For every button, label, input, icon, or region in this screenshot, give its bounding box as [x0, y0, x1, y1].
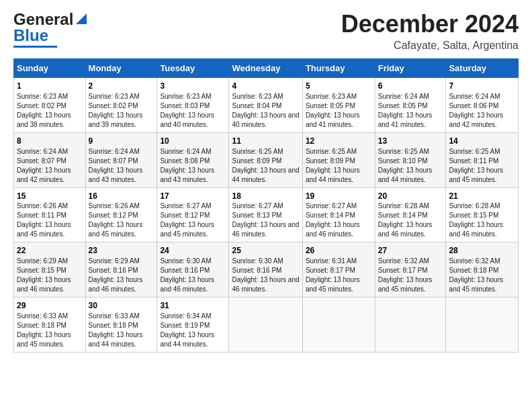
daylight-text: Daylight: 13 hours and 46 minutes.	[17, 275, 83, 294]
sunrise-text: Sunrise: 6:26 AM	[17, 201, 83, 211]
sunrise-text: Sunrise: 6:29 AM	[89, 257, 154, 266]
calendar-cell-1-1: 9Sunrise: 6:24 AMSunset: 8:07 PMDaylight…	[85, 132, 157, 187]
sunset-text: Sunset: 8:08 PM	[160, 156, 226, 166]
sunset-text: Sunset: 8:17 PM	[306, 266, 372, 275]
sunset-text: Sunset: 8:05 PM	[306, 101, 372, 111]
col-monday: Monday	[85, 59, 157, 78]
daylight-text: Daylight: 13 hours and 40 minutes.	[232, 111, 299, 130]
sunrise-text: Sunrise: 6:24 AM	[449, 92, 515, 101]
sunset-text: Sunset: 8:09 PM	[306, 156, 372, 166]
col-saturday: Saturday	[446, 59, 519, 78]
daylight-text: Daylight: 13 hours and 44 minutes.	[232, 166, 299, 185]
sunrise-text: Sunrise: 6:33 AM	[17, 312, 83, 321]
daylight-text: Daylight: 13 hours and 46 minutes.	[160, 275, 226, 294]
logo-icon	[75, 11, 89, 26]
calendar-cell-3-0: 22Sunrise: 6:29 AMSunset: 8:15 PMDayligh…	[14, 242, 86, 298]
sunset-text: Sunset: 8:12 PM	[160, 211, 226, 220]
svg-marker-0	[76, 13, 87, 24]
sunrise-text: Sunrise: 6:27 AM	[306, 201, 372, 211]
daylight-text: Daylight: 13 hours and 44 minutes.	[160, 330, 226, 349]
day-number: 16	[89, 191, 154, 202]
daylight-text: Daylight: 13 hours and 45 minutes.	[378, 275, 443, 294]
calendar-week-0: 1Sunrise: 6:23 AMSunset: 8:02 PMDaylight…	[14, 78, 519, 133]
daylight-text: Daylight: 13 hours and 46 minutes.	[306, 220, 372, 239]
daylight-text: Daylight: 13 hours and 45 minutes.	[306, 275, 372, 294]
sunset-text: Sunset: 8:06 PM	[449, 101, 515, 111]
day-number: 5	[306, 81, 372, 92]
sunset-text: Sunset: 8:04 PM	[232, 101, 299, 111]
calendar-cell-4-4	[302, 298, 375, 353]
sunrise-text: Sunrise: 6:24 AM	[378, 92, 443, 101]
day-number: 28	[449, 245, 515, 257]
calendar-cell-3-4: 26Sunrise: 6:31 AMSunset: 8:17 PMDayligh…	[302, 242, 375, 298]
calendar-cell-1-3: 11Sunrise: 6:25 AMSunset: 8:09 PMDayligh…	[229, 132, 302, 187]
calendar-cell-2-0: 15Sunrise: 6:26 AMSunset: 8:11 PMDayligh…	[14, 187, 86, 242]
sunset-text: Sunset: 8:18 PM	[89, 321, 154, 330]
calendar-cell-2-4: 19Sunrise: 6:27 AMSunset: 8:14 PMDayligh…	[302, 187, 375, 242]
sunrise-text: Sunrise: 6:32 AM	[378, 257, 443, 266]
daylight-text: Daylight: 13 hours and 46 minutes.	[232, 220, 299, 239]
sunrise-text: Sunrise: 6:24 AM	[17, 147, 83, 156]
sunrise-text: Sunrise: 6:23 AM	[232, 92, 299, 101]
calendar-cell-0-2: 3Sunrise: 6:23 AMSunset: 8:03 PMDaylight…	[157, 78, 229, 133]
sunset-text: Sunset: 8:14 PM	[306, 211, 372, 220]
day-number: 29	[17, 300, 83, 312]
logo-underline	[13, 46, 57, 48]
day-number: 10	[160, 136, 226, 147]
day-number: 19	[306, 191, 372, 202]
calendar-week-2: 15Sunrise: 6:26 AMSunset: 8:11 PMDayligh…	[14, 187, 519, 242]
sunset-text: Sunset: 8:13 PM	[232, 211, 299, 220]
calendar-cell-3-1: 23Sunrise: 6:29 AMSunset: 8:16 PMDayligh…	[85, 242, 157, 298]
sunrise-text: Sunrise: 6:23 AM	[160, 92, 226, 101]
col-sunday: Sunday	[14, 59, 86, 78]
sunrise-text: Sunrise: 6:23 AM	[17, 92, 83, 101]
calendar-cell-1-0: 8Sunrise: 6:24 AMSunset: 8:07 PMDaylight…	[14, 132, 86, 187]
calendar-cell-4-6	[446, 298, 519, 353]
sunrise-text: Sunrise: 6:30 AM	[232, 257, 299, 266]
day-number: 6	[378, 81, 443, 92]
daylight-text: Daylight: 13 hours and 45 minutes.	[160, 220, 226, 239]
day-number: 24	[160, 245, 226, 257]
day-number: 12	[306, 136, 372, 147]
sunset-text: Sunset: 8:11 PM	[17, 211, 83, 220]
day-number: 1	[17, 81, 83, 92]
daylight-text: Daylight: 13 hours and 45 minutes.	[449, 275, 515, 294]
sunset-text: Sunset: 8:02 PM	[89, 101, 154, 111]
calendar-cell-0-5: 6Sunrise: 6:24 AMSunset: 8:05 PMDaylight…	[375, 78, 446, 133]
calendar-week-1: 8Sunrise: 6:24 AMSunset: 8:07 PMDaylight…	[14, 132, 519, 187]
sunset-text: Sunset: 8:18 PM	[449, 266, 515, 275]
sunrise-text: Sunrise: 6:25 AM	[378, 147, 443, 156]
day-number: 21	[449, 191, 515, 202]
sunset-text: Sunset: 8:14 PM	[378, 211, 443, 220]
calendar-cell-2-3: 18Sunrise: 6:27 AMSunset: 8:13 PMDayligh…	[229, 187, 302, 242]
sunrise-text: Sunrise: 6:23 AM	[89, 92, 154, 101]
daylight-text: Daylight: 13 hours and 46 minutes.	[449, 220, 515, 239]
col-thursday: Thursday	[302, 59, 375, 78]
sunrise-text: Sunrise: 6:33 AM	[89, 312, 154, 321]
calendar-cell-2-1: 16Sunrise: 6:26 AMSunset: 8:12 PMDayligh…	[85, 187, 157, 242]
daylight-text: Daylight: 13 hours and 46 minutes.	[232, 275, 299, 294]
daylight-text: Daylight: 13 hours and 42 minutes.	[449, 111, 515, 130]
sunset-text: Sunset: 8:10 PM	[378, 156, 443, 166]
day-number: 18	[232, 191, 299, 202]
sunrise-text: Sunrise: 6:28 AM	[378, 201, 443, 211]
title-area: December 2024 Cafayate, Salta, Argentina	[341, 10, 519, 52]
daylight-text: Daylight: 13 hours and 43 minutes.	[160, 166, 226, 185]
sunset-text: Sunset: 8:02 PM	[17, 101, 83, 111]
day-number: 17	[160, 191, 226, 202]
day-number: 22	[17, 245, 83, 257]
daylight-text: Daylight: 13 hours and 44 minutes.	[378, 166, 443, 185]
daylight-text: Daylight: 13 hours and 38 minutes.	[17, 111, 83, 130]
logo-blue: Blue	[13, 26, 48, 45]
sunrise-text: Sunrise: 6:26 AM	[89, 201, 154, 211]
day-number: 14	[449, 136, 515, 147]
sunrise-text: Sunrise: 6:25 AM	[449, 147, 515, 156]
sunrise-text: Sunrise: 6:30 AM	[160, 257, 226, 266]
daylight-text: Daylight: 13 hours and 40 minutes.	[160, 111, 226, 130]
calendar-cell-0-0: 1Sunrise: 6:23 AMSunset: 8:02 PMDaylight…	[14, 78, 86, 133]
sunset-text: Sunset: 8:03 PM	[160, 101, 226, 111]
sunset-text: Sunset: 8:07 PM	[17, 156, 83, 166]
calendar-week-3: 22Sunrise: 6:29 AMSunset: 8:15 PMDayligh…	[14, 242, 519, 298]
calendar-cell-4-5	[375, 298, 446, 353]
daylight-text: Daylight: 13 hours and 44 minutes.	[89, 330, 154, 349]
